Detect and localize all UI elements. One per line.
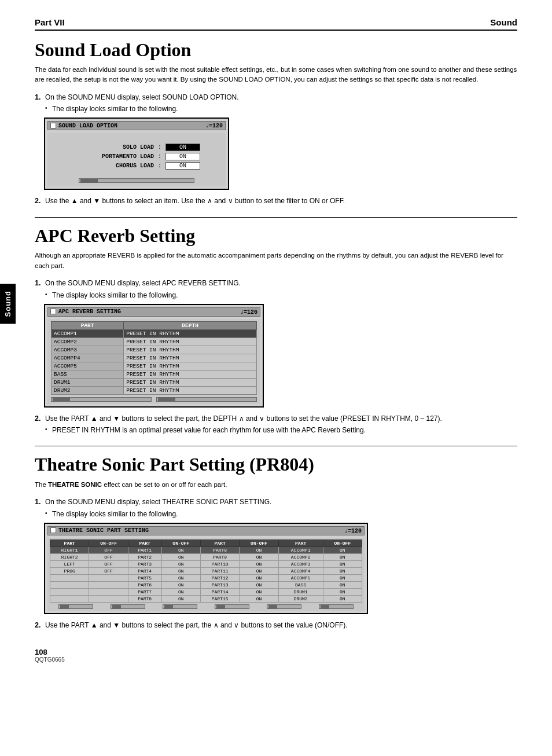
ts-cell: ACCOMP2 [278, 553, 323, 560]
depth-cell: PRESET IN RHYTHM [124, 386, 257, 394]
table-row: DRUM2PRESET IN RHYTHM [51, 386, 257, 394]
bullet-dot: • [45, 425, 52, 434]
part-cell: BASS [51, 370, 124, 378]
step-bullet: • The display looks similar to the follo… [45, 104, 517, 114]
ts-cell: ON [323, 567, 362, 574]
section-title-1: Sound Load Option [35, 40, 517, 60]
ts-cell: ACCOMP1 [278, 546, 323, 553]
page-header: Part VII Sound [35, 17, 517, 31]
screen-tempo: ♩=120 [205, 122, 223, 129]
screen-icon-left: APC REVERB SETTING [50, 309, 121, 315]
ts-cell: ON [240, 553, 278, 560]
apc-screen-body: PART DEPTH ACCOMP1PRESET IN RHYTHMACCOMP… [47, 319, 260, 404]
ts-cell: DRUM1 [278, 588, 323, 595]
ts-cell: ON [161, 553, 200, 560]
table-row: ACCOMPP4PRESET IN RHYTHM [51, 354, 257, 362]
section-sound-load-option: Sound Load Option The data for each indi… [35, 40, 517, 207]
col-part2: PART [128, 540, 161, 546]
table-row: PART7ONPART14ONDRUM1ON [50, 588, 362, 595]
step-2-2: 2. Use the PART ▲ and ▼ buttons to selec… [35, 413, 517, 436]
scrollbar-thumb [80, 179, 98, 182]
row-value: ON [165, 144, 200, 151]
ts-cell: PART11 [200, 567, 239, 574]
row-label: PORTAMENTO LOAD [73, 153, 154, 160]
step-text: Use the PART ▲ and ▼ buttons to select t… [45, 413, 517, 424]
part-cell: ACCOMP5 [51, 362, 124, 370]
screen-icon-left: THEATRE SONIC PART SETTING [50, 527, 149, 534]
ts-cell: ON [323, 588, 362, 595]
col-part1: PART [50, 540, 89, 546]
col-part3: PART [200, 540, 239, 546]
part-cell: DRUM2 [51, 386, 124, 394]
ts-cell: ON [240, 567, 278, 574]
step-num: 2. [35, 413, 45, 424]
part-label: Part VII [35, 17, 65, 27]
scrollbar-inner [79, 178, 194, 183]
step-num: 1. [35, 92, 45, 103]
ts-cell: ON [161, 560, 200, 567]
ts-cell: ON [323, 595, 362, 602]
step-3-2: 2. Use the PART ▲ and ▼ buttons to selec… [35, 620, 517, 631]
bullet-dot: • [45, 290, 52, 299]
step-bullet: • The display looks similar to the follo… [45, 290, 517, 300]
ts-cell: ON [323, 581, 362, 588]
row-label: CHORUS LOAD [73, 163, 154, 169]
ts-cell: PART6 [128, 581, 161, 588]
step-text: On the SOUND MENU display, select APC RE… [45, 278, 517, 288]
page-code: QQTG0665 [35, 656, 517, 663]
ts-cell: PART8 [128, 595, 161, 602]
side-tab: Sound [0, 284, 16, 324]
depth-cell: PRESET IN RHYTHM [124, 337, 257, 346]
screen-body: SOLO LOAD : ON PORTAMENTO LOAD : ON CHOR… [47, 133, 226, 186]
step-num: 2. [35, 620, 45, 631]
col-onoff1: ON-OFF [89, 540, 128, 546]
ts-cell: ON [240, 581, 278, 588]
section-divider-1 [35, 217, 517, 218]
depth-cell: PRESET IN RHYTHM [124, 362, 257, 370]
col-part: PART [51, 321, 124, 329]
screen-tempo: ♩=120 [344, 527, 362, 534]
step-1-2: 2. Use the ▲ and ▼ buttons to select an … [35, 196, 517, 207]
step-bullet: • PRESET IN RHYTHM is an optimal preset … [45, 425, 517, 435]
table-row: PROGOFFPART4ONPART11ONACCOMP4ON [50, 567, 362, 574]
ts-cell: PART5 [128, 574, 161, 581]
ts-cell: ACCOMP4 [278, 567, 323, 574]
ts-cell: ON [161, 574, 200, 581]
ts-cell: PART8 [200, 546, 239, 553]
ts-cell: ON [323, 546, 362, 553]
ts-cell: PART14 [200, 588, 239, 595]
ts-cell: PART9 [200, 553, 239, 560]
table-row: ACCOMP3PRESET IN RHYTHM [51, 346, 257, 354]
ts-cell: BASS [278, 581, 323, 588]
ts-cell: PART13 [200, 581, 239, 588]
part-cell: ACCOMP3 [51, 346, 124, 354]
table-row: ACCOMP1PRESET IN RHYTHM [51, 329, 257, 337]
ts-cell: ON [161, 567, 200, 574]
screen-row-3: CHORUS LOAD : ON [52, 162, 221, 170]
bullet-text: The display looks similar to the followi… [52, 290, 178, 300]
depth-cell: PRESET IN RHYTHM [124, 370, 257, 378]
section-title-2: APC Reverb Setting [35, 226, 517, 246]
row-value: ON [165, 162, 200, 170]
table-row: LEFTOFFPART3ONPART10ONACCOMP3ON [50, 560, 362, 567]
ts-cell [89, 588, 128, 595]
table-row: DRUM1PRESET IN RHYTHM [51, 378, 257, 386]
screen-title-bar: THEATRE SONIC PART SETTING ♩=120 [47, 526, 365, 535]
ts-cell: DRUM2 [278, 595, 323, 602]
ts-cell: PART15 [200, 595, 239, 602]
row-label: SOLO LOAD [73, 144, 154, 151]
ts-cell: ON [240, 560, 278, 567]
ts-cell: PART7 [128, 588, 161, 595]
screen-theatre-sonic: THEATRE SONIC PART SETTING ♩=120 PART ON… [44, 523, 368, 614]
ts-cell: ON [240, 574, 278, 581]
step-1-1: 1. On the SOUND MENU display, select SOU… [35, 92, 517, 115]
scrollbar [111, 604, 145, 609]
screen-scrollbar [51, 397, 257, 402]
ts-cell: PART10 [200, 560, 239, 567]
row-value: ON [165, 153, 200, 160]
col-depth: DEPTH [124, 321, 257, 329]
ts-cell [50, 595, 89, 602]
step-text: Use the ▲ and ▼ buttons to select an ite… [45, 196, 517, 206]
section-divider-2 [35, 446, 517, 446]
step-num: 1. [35, 497, 45, 508]
